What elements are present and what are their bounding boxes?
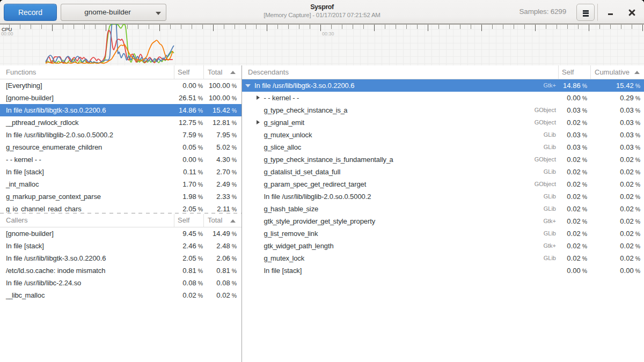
svg-text:00:30: 00:30 <box>322 31 334 36</box>
svg-text:00:00: 00:00 <box>1 31 13 36</box>
